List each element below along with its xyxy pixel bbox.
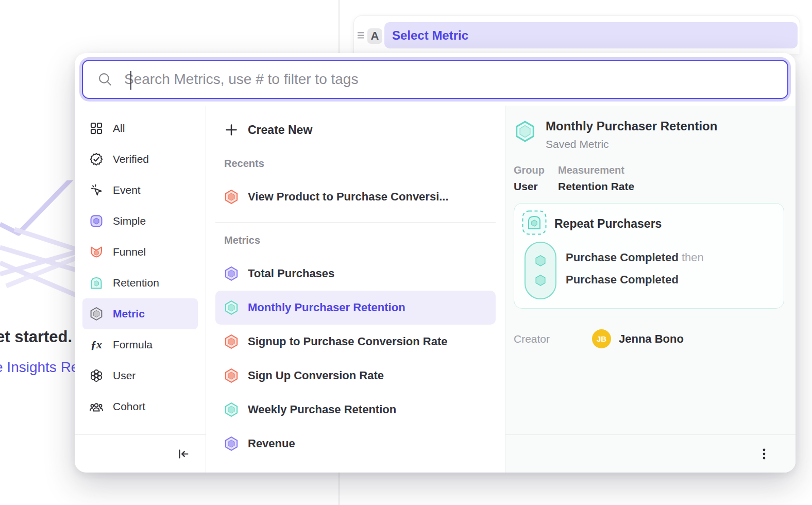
metric-hex-icon	[224, 436, 239, 451]
step-hexagon-icon	[534, 254, 547, 267]
sidebar-item-cohort[interactable]: Cohort	[82, 391, 198, 422]
create-new-label: Create New	[248, 123, 312, 137]
metric-hex-icon	[224, 266, 239, 281]
sidebar-item-label: Event	[113, 184, 141, 196]
metric-slot-bar: A Select Metric	[353, 15, 800, 54]
collapse-sidebar-icon[interactable]	[177, 447, 190, 461]
sidebar-item-funnel[interactable]: Funnel	[82, 237, 198, 267]
metric-block-letter: A	[367, 28, 382, 44]
more-options-icon[interactable]	[758, 447, 770, 461]
definition-steps: Purchase Completed then Purchase Complet…	[566, 251, 704, 295]
sidebar-item-retention[interactable]: Retention	[82, 267, 198, 298]
property-group: Group User	[514, 164, 545, 193]
sidebar-item-label: Cohort	[113, 400, 145, 413]
sidebar-item-event[interactable]: Event	[82, 175, 198, 206]
sidebar-item-label: Metric	[113, 308, 145, 320]
metric-list-item[interactable]: Sign Up Conversion Rate	[215, 359, 496, 393]
metric-list-item[interactable]: Monthly Purchaser Retention	[215, 291, 496, 325]
metric-picker-dialog: AllVerifiedEventSimpleFunnelRetentionMet…	[75, 53, 796, 473]
metric-item-label: Signup to Purchase Conversion Rate	[248, 335, 448, 348]
sidebar-footer	[75, 434, 206, 473]
select-metric-button[interactable]: Select Metric	[384, 22, 798, 48]
sidebar-item-verified[interactable]: Verified	[82, 144, 198, 175]
sidebar-item-user[interactable]: User	[82, 360, 198, 391]
create-new-button[interactable]: Create New	[215, 113, 496, 147]
sidebar-item-label: Verified	[113, 153, 149, 165]
user-icon	[89, 368, 104, 383]
step-2-event: Purchase Completed	[566, 273, 679, 286]
metric-item-label: Revenue	[248, 437, 295, 450]
cohort-icon	[89, 399, 104, 414]
sidebar-item-label: Funnel	[113, 246, 146, 258]
background-link-fragment[interactable]: e Insights Re	[0, 359, 79, 376]
search-icon	[97, 72, 113, 87]
grid-icon	[89, 121, 104, 136]
creator-row: Creator JB Jenna Bono	[514, 329, 796, 348]
property-value: User	[514, 180, 545, 193]
metric-list-item[interactable]: View Product to Purchase Conversi...	[215, 180, 496, 214]
metric-title: Monthly Purchaser Retention	[546, 119, 717, 133]
sidebar-item-simple[interactable]: Simple	[82, 206, 198, 237]
metric-item-label: Monthly Purchaser Retention	[248, 301, 405, 314]
sidebar-item-label: Simple	[113, 215, 146, 227]
steps-pill	[525, 242, 556, 299]
section-header-metrics: Metrics	[206, 224, 505, 257]
behavior-name: Repeat Purchasers	[554, 217, 662, 231]
sidebar-item-label: Retention	[113, 277, 159, 289]
category-sidebar: AllVerifiedEventSimpleFunnelRetentionMet…	[75, 106, 206, 473]
metric-item-label: View Product to Purchase Conversi...	[248, 190, 449, 204]
property-measurement: Measurement Retention Rate	[558, 164, 634, 193]
metric-hex-icon	[224, 334, 239, 349]
creator-avatar: JB	[592, 329, 611, 348]
definition-header: Repeat Purchasers	[521, 210, 662, 238]
drag-handle-icon[interactable]	[357, 30, 366, 43]
step-1: Purchase Completed then	[566, 251, 704, 264]
metric-hex-icon	[224, 300, 239, 315]
metric-hex-icon	[224, 402, 239, 417]
metric-list-item[interactable]: Revenue	[215, 427, 496, 461]
metric-item-label: Weekly Purchase Retention	[248, 403, 396, 416]
simple-icon	[89, 214, 104, 228]
verified-icon	[89, 152, 104, 166]
metric-item-label: Total Purchases	[248, 267, 334, 280]
property-label: Group	[514, 164, 545, 176]
creator-label: Creator	[514, 333, 592, 345]
property-value: Retention Rate	[558, 180, 634, 193]
funnel-icon	[89, 245, 104, 259]
retention-icon	[89, 276, 104, 290]
details-footer	[505, 434, 796, 473]
metric-list: Create New RecentsView Product to Purcha…	[206, 106, 505, 473]
step-connector: then	[682, 251, 704, 264]
metric-subtitle: Saved Metric	[546, 138, 717, 150]
sidebar-item-label: User	[113, 369, 136, 382]
metric-list-item[interactable]: Weekly Purchase Retention	[215, 393, 496, 427]
saved-metric-icon	[514, 120, 536, 143]
background-headline-fragment: et started.	[0, 328, 72, 346]
sidebar-item-label: Formula	[113, 339, 153, 351]
sidebar-item-formula[interactable]: ƒxFormula	[82, 329, 198, 360]
sidebar-item-metric[interactable]: Metric	[82, 298, 198, 329]
step-hexagon-icon	[534, 274, 547, 287]
metric-hex-icon	[224, 368, 239, 383]
metric-definition-card: Repeat Purchasers Purchase Completed the…	[514, 203, 784, 309]
metric-item-label: Sign Up Conversion Rate	[248, 369, 384, 382]
section-divider	[215, 222, 496, 223]
search-bar[interactable]	[82, 60, 788, 99]
event-icon	[89, 183, 104, 197]
metric-details-panel: Monthly Purchaser Retention Saved Metric…	[505, 106, 796, 473]
property-label: Measurement	[558, 164, 634, 176]
step-2: Purchase Completed	[566, 273, 704, 287]
metric-list-item[interactable]: Total Purchases	[215, 257, 496, 291]
text-caret	[130, 71, 131, 90]
sidebar-item-all[interactable]: All	[82, 113, 198, 144]
plus-icon	[224, 122, 239, 138]
select-metric-label: Select Metric	[392, 28, 468, 43]
metric-properties: Group User Measurement Retention Rate	[514, 164, 796, 193]
search-input[interactable]	[113, 61, 787, 98]
step-1-event: Purchase Completed	[566, 251, 679, 264]
metric-list-item[interactable]: Signup to Purchase Conversion Rate	[215, 325, 496, 359]
formula-icon: ƒx	[89, 338, 104, 352]
details-header: Monthly Purchaser Retention Saved Metric	[514, 119, 796, 150]
behavior-icon	[521, 210, 547, 238]
creator-name: Jenna Bono	[619, 332, 684, 346]
